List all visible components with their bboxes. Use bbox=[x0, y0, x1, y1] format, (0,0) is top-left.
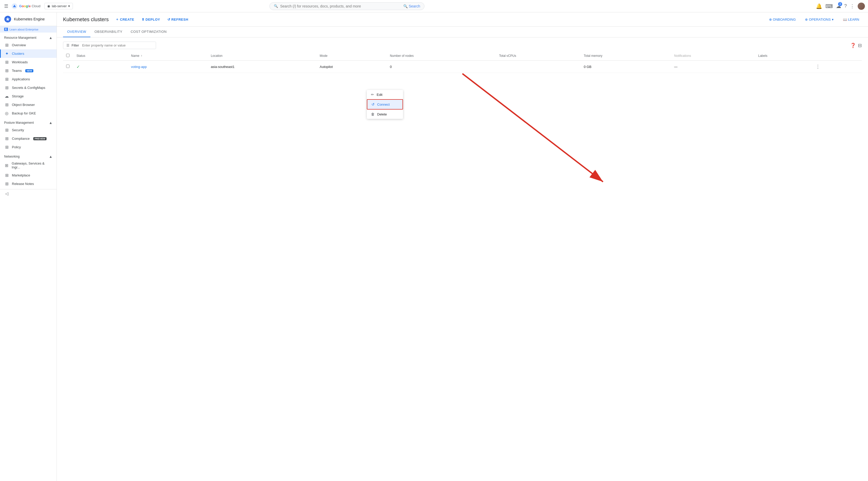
filter-input[interactable] bbox=[82, 43, 144, 47]
page-header-left: Kubernetes clusters ＋ CREATE ⬆ DEPLOY ↺ bbox=[63, 15, 191, 23]
nav-item-storage[interactable]: ☁ Storage bbox=[0, 92, 57, 100]
svg-line-4 bbox=[462, 74, 603, 182]
tab-observability[interactable]: OBSERVABILITY bbox=[90, 27, 127, 37]
deploy-button[interactable]: ⬆ DEPLOY bbox=[139, 16, 163, 23]
onboarding-button[interactable]: ⊕ ONBOARDING bbox=[767, 16, 799, 23]
user-avatar[interactable] bbox=[858, 3, 865, 10]
nav-item-secrets[interactable]: ⊞ Secrets & ConfigMaps bbox=[0, 84, 57, 92]
objectbrowser-icon: ⊞ bbox=[4, 102, 9, 107]
nav-item-compliance[interactable]: ⊞ Compliance PREVIEW bbox=[0, 134, 57, 143]
learn-button[interactable]: 📖 LEARN bbox=[840, 16, 862, 23]
tab-observability-label: OBSERVABILITY bbox=[95, 30, 122, 34]
collapse-posture-icon[interactable]: ▲ bbox=[49, 121, 53, 125]
page-title: Kubernetes clusters bbox=[63, 17, 109, 23]
hamburger-menu-icon[interactable]: ☰ bbox=[3, 2, 9, 10]
nav-item-security[interactable]: ⊞ Security bbox=[0, 126, 57, 134]
nav-label-gateways: Gateways, Services & Ingr... bbox=[11, 161, 53, 169]
search-input[interactable] bbox=[280, 4, 401, 8]
top-navigation: ☰ Google Cloud ◉ lab-server ▾ 🔍 🔍 Search bbox=[0, 0, 868, 12]
section-resource-management: Resource Management ▲ bbox=[0, 33, 57, 41]
table-header-row: Status Name ↑ Location Mode bbox=[63, 51, 862, 61]
row-labels bbox=[755, 61, 811, 73]
columns-icon[interactable]: ⊟ bbox=[858, 43, 862, 48]
nav-item-backup[interactable]: ◎ Backup for GKE bbox=[0, 109, 57, 118]
context-menu-connect[interactable]: ↺ Connect bbox=[367, 99, 403, 109]
project-selector[interactable]: ◉ lab-server ▾ bbox=[44, 3, 73, 9]
enterprise-e-badge: E bbox=[4, 28, 8, 31]
context-menu-edit[interactable]: ✏ Edit bbox=[367, 90, 403, 99]
cloud-icon[interactable]: ☁ 3 bbox=[836, 3, 841, 9]
more-icon[interactable]: ⋮ bbox=[850, 3, 855, 9]
row-mode: Autopilot bbox=[317, 61, 387, 73]
section-posture-management: Posture Management ▲ bbox=[0, 118, 57, 126]
releasenotes-icon: ⊞ bbox=[4, 181, 9, 186]
row-actions[interactable]: ⋮ bbox=[811, 61, 862, 73]
notif-badge: 3 bbox=[838, 2, 842, 6]
nav-item-collapse-bottom[interactable]: ◁ bbox=[0, 189, 57, 198]
search-bar[interactable]: 🔍 🔍 Search bbox=[270, 2, 425, 10]
overview-icon: ⊞ bbox=[4, 43, 9, 47]
tab-overview-label: OVERVIEW bbox=[67, 30, 86, 34]
row-notifications: — bbox=[671, 61, 755, 73]
nav-label-objectbrowser: Object Browser bbox=[12, 103, 35, 107]
section-label-networking: Networking bbox=[4, 155, 20, 158]
learn-label: LEARN bbox=[848, 18, 859, 22]
context-menu-delete[interactable]: 🗑 Delete bbox=[367, 109, 403, 119]
nav-item-objectbrowser[interactable]: ⊞ Object Browser bbox=[0, 100, 57, 109]
google-cloud-logo: Google Cloud bbox=[11, 3, 40, 9]
section-label-posture: Posture Management bbox=[4, 121, 34, 125]
col-notifications: Notifications bbox=[671, 51, 755, 61]
connect-icon: ↺ bbox=[371, 102, 375, 106]
edit-icon: ✏ bbox=[371, 93, 374, 97]
collapse-networking-icon[interactable]: ▲ bbox=[49, 155, 53, 159]
refresh-button[interactable]: ↺ REFRESH bbox=[165, 16, 191, 23]
nav-item-applications[interactable]: ⊞ Applications bbox=[0, 75, 57, 84]
sidebar-collapse-icon: ◁ bbox=[4, 191, 9, 196]
deploy-icon: ⬆ bbox=[142, 18, 145, 22]
operations-button[interactable]: ⊕ OPERATIONS ▾ bbox=[802, 16, 836, 23]
learn-icon: 📖 bbox=[843, 18, 847, 22]
filter-icon: ☰ bbox=[66, 43, 69, 47]
table-row: ✓ voting-app asia-southeast1 Autopilot 0… bbox=[63, 61, 862, 73]
collapse-resource-icon[interactable]: ▲ bbox=[49, 36, 53, 40]
select-all-checkbox[interactable] bbox=[66, 54, 69, 57]
nav-item-policy[interactable]: ⊞ Policy bbox=[0, 143, 57, 151]
create-label: CREATE bbox=[120, 18, 134, 22]
nav-label-releasenotes: Release Notes bbox=[12, 182, 34, 186]
cluster-link[interactable]: voting-app bbox=[131, 65, 147, 69]
select-all-header[interactable] bbox=[63, 51, 73, 61]
nav-item-releasenotes[interactable]: ⊞ Release Notes bbox=[0, 180, 57, 188]
row-select-checkbox[interactable] bbox=[66, 65, 69, 68]
notifications-icon[interactable]: 🔔 bbox=[816, 3, 822, 9]
project-name: lab-server bbox=[52, 4, 67, 8]
nav-item-overview[interactable]: ⊞ Overview bbox=[0, 41, 57, 49]
kebab-menu-button[interactable]: ⋮ bbox=[814, 63, 822, 70]
tab-overview[interactable]: OVERVIEW bbox=[63, 27, 90, 37]
tab-cost-optimization[interactable]: COST OPTIMIZATION bbox=[127, 27, 171, 37]
filter-bar[interactable]: ☰ Filter bbox=[63, 41, 156, 49]
enterprise-banner[interactable]: E Learn about Enterprise bbox=[0, 26, 57, 33]
nav-item-marketplace[interactable]: ⊞ Marketplace bbox=[0, 171, 57, 180]
search-icon: 🔍 bbox=[274, 4, 278, 8]
clusters-icon: ✦ bbox=[4, 51, 9, 56]
help-icon[interactable]: ? bbox=[844, 3, 847, 9]
nav-item-clusters[interactable]: ✦ Clusters bbox=[0, 49, 57, 58]
cloud-shell-icon[interactable]: ⌨ bbox=[826, 3, 833, 9]
nav-label-clusters: Clusters bbox=[12, 52, 24, 56]
nav-item-workloads[interactable]: ⊞ Workloads bbox=[0, 58, 57, 66]
col-name[interactable]: Name ↑ bbox=[128, 51, 208, 61]
nav-label-teams: Teams bbox=[12, 69, 22, 73]
page-header-right: ⊕ ONBOARDING ⊕ OPERATIONS ▾ 📖 LEARN bbox=[767, 16, 862, 23]
tabs-bar: OVERVIEW OBSERVABILITY COST OPTIMIZATION bbox=[57, 27, 868, 37]
delete-label: Delete bbox=[377, 113, 387, 116]
nav-item-teams[interactable]: ⊞ Teams NEW bbox=[0, 66, 57, 75]
nav-item-gateways[interactable]: ⊞ Gateways, Services & Ingr... bbox=[0, 160, 57, 171]
search-button[interactable]: 🔍 Search bbox=[403, 4, 420, 8]
help-table-icon[interactable]: ❓ bbox=[850, 43, 856, 48]
secrets-icon: ⊞ bbox=[4, 85, 9, 90]
backup-icon: ◎ bbox=[4, 111, 9, 116]
row-checkbox[interactable] bbox=[63, 61, 73, 73]
col-vcpus: Total vCPUs bbox=[496, 51, 581, 61]
create-button[interactable]: ＋ CREATE bbox=[113, 15, 137, 23]
col-actions bbox=[811, 51, 862, 61]
